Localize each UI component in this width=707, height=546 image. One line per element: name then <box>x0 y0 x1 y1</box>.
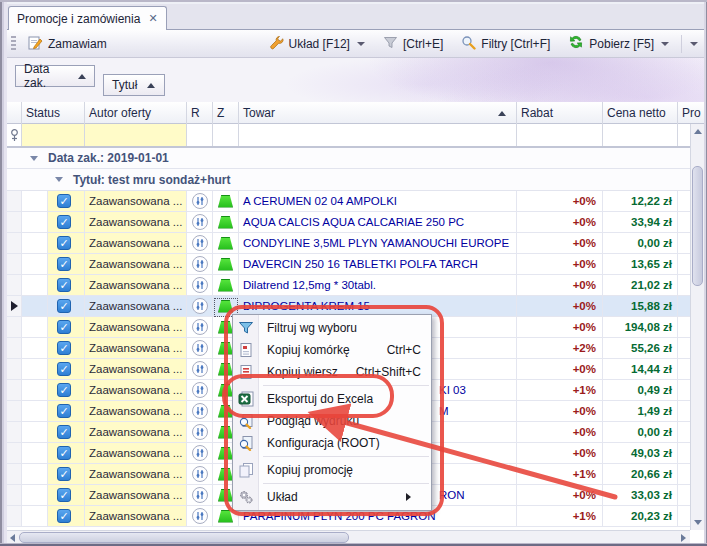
row-checkbox[interactable]: ✓ <box>57 467 71 481</box>
rabat-cell[interactable]: +0% <box>517 296 603 317</box>
status-cell[interactable]: ✓ <box>48 506 85 527</box>
menu-item-układ[interactable]: Układ <box>233 486 431 508</box>
table-row[interactable]: ✓Zaawansowana ...CONDYLINE 3,5ML PLYN YA… <box>7 233 690 254</box>
autor-oferty-cell[interactable]: Zaawansowana ... <box>85 485 187 506</box>
sliders-icon[interactable] <box>192 193 208 209</box>
collapse-icon[interactable] <box>55 177 63 182</box>
status-cell[interactable]: ✓ <box>48 338 85 359</box>
tab-close-icon[interactable]: ✕ <box>148 12 157 25</box>
autor-oferty-cell[interactable]: Zaawansowana ... <box>85 296 187 317</box>
table-row[interactable]: ✓Zaawansowana ...A CERUMEN 02 04 AMPOLKI… <box>7 191 690 212</box>
z-cell[interactable] <box>213 275 239 296</box>
rabat-cell[interactable]: +2% <box>517 338 603 359</box>
row-checkbox[interactable]: ✓ <box>57 488 71 502</box>
autor-oferty-cell[interactable]: Zaawansowana ... <box>85 464 187 485</box>
r-cell[interactable] <box>187 212 213 233</box>
column-header-r[interactable]: R <box>187 102 213 124</box>
row-checkbox[interactable]: ✓ <box>57 341 71 355</box>
tab-promocje-i-zamowienia[interactable]: Promocje i zamówienia ✕ <box>8 6 167 30</box>
r-cell[interactable] <box>187 359 213 380</box>
rabat-cell[interactable]: +1% <box>517 380 603 401</box>
autor-oferty-cell[interactable]: Zaawansowana ... <box>85 254 187 275</box>
r-cell[interactable] <box>187 254 213 275</box>
autor-oferty-cell[interactable]: Zaawansowana ... <box>85 506 187 527</box>
r-cell[interactable] <box>187 338 213 359</box>
filter-input-z[interactable] <box>213 124 239 146</box>
horizontal-scrollbar[interactable] <box>7 530 690 544</box>
menu-item-kopiuj-wiersz[interactable]: Kopiuj wierszCtrl+Shift+C <box>233 361 431 383</box>
autor-oferty-cell[interactable]: Zaawansowana ... <box>85 317 187 338</box>
r-cell[interactable] <box>187 422 213 443</box>
rabat-cell[interactable]: +0% <box>517 485 603 506</box>
r-cell[interactable] <box>187 401 213 422</box>
pro-cell[interactable] <box>678 485 690 506</box>
sliders-icon[interactable] <box>192 466 208 482</box>
autor-oferty-cell[interactable]: Zaawansowana ... <box>85 275 187 296</box>
status-cell[interactable]: ✓ <box>48 275 85 296</box>
column-header-rabat[interactable]: Rabat <box>517 102 603 124</box>
cena-netto-cell[interactable]: 33,94 zł <box>603 212 678 233</box>
cena-netto-cell[interactable]: 33,03 zł <box>603 485 678 506</box>
autor-oferty-cell[interactable]: Zaawansowana ... <box>85 233 187 254</box>
r-cell[interactable] <box>187 380 213 401</box>
status-cell[interactable]: ✓ <box>48 212 85 233</box>
column-header-autor-oferty[interactable]: Autor oferty <box>85 102 187 124</box>
r-cell[interactable] <box>187 296 213 317</box>
cena-netto-cell[interactable]: 20,66 zł <box>603 464 678 485</box>
autor-oferty-cell[interactable]: Zaawansowana ... <box>85 212 187 233</box>
row-checkbox[interactable]: ✓ <box>57 194 71 208</box>
r-cell[interactable] <box>187 443 213 464</box>
pro-cell[interactable] <box>678 422 690 443</box>
towar-cell[interactable]: AQUA CALCIS AQUA CALCARIAE 250 PC <box>239 212 517 233</box>
filtry-button[interactable]: Filtry [Ctrl+F] <box>455 32 556 56</box>
table-row[interactable]: ✓Zaawansowana ...DAVERCIN 250 16 TABLETK… <box>7 254 690 275</box>
cena-netto-cell[interactable]: 12,22 zł <box>603 191 678 212</box>
rabat-cell[interactable]: +1% <box>517 506 603 527</box>
cena-netto-cell[interactable]: 0,49 zł <box>603 380 678 401</box>
cena-netto-cell[interactable]: 49,03 zł <box>603 443 678 464</box>
pro-cell[interactable] <box>678 359 690 380</box>
toolbar-overflow-icon[interactable] <box>690 42 698 46</box>
autor-oferty-cell[interactable]: Zaawansowana ... <box>85 422 187 443</box>
uklad-dropdown-icon[interactable] <box>357 42 365 46</box>
status-cell[interactable]: ✓ <box>48 317 85 338</box>
filter-input-status[interactable] <box>22 124 85 146</box>
r-cell[interactable] <box>187 485 213 506</box>
rabat-cell[interactable]: +0% <box>517 401 603 422</box>
z-cell[interactable] <box>213 191 239 212</box>
toolbar-grip[interactable] <box>11 36 16 52</box>
cena-netto-cell[interactable]: 15,88 zł <box>603 296 678 317</box>
rabat-cell[interactable]: +0% <box>517 254 603 275</box>
row-checkbox[interactable]: ✓ <box>57 320 71 334</box>
column-header-cena-netto[interactable]: Cena netto <box>603 102 678 124</box>
autor-oferty-cell[interactable]: Zaawansowana ... <box>85 380 187 401</box>
row-checkbox[interactable]: ✓ <box>57 215 71 229</box>
filter-input-towar[interactable] <box>239 124 517 146</box>
vertical-scrollbar[interactable] <box>690 124 704 530</box>
sliders-icon[interactable] <box>192 487 208 503</box>
cena-netto-cell[interactable]: 55,26 zł <box>603 338 678 359</box>
r-cell[interactable] <box>187 233 213 254</box>
sliders-icon[interactable] <box>192 361 208 377</box>
sliders-icon[interactable] <box>192 382 208 398</box>
rabat-cell[interactable]: +0% <box>517 317 603 338</box>
row-checkbox[interactable]: ✓ <box>57 509 71 523</box>
pobierz-dropdown-icon[interactable] <box>661 42 669 46</box>
z-cell[interactable] <box>213 254 239 275</box>
row-checkbox[interactable]: ✓ <box>57 299 71 313</box>
towar-cell[interactable]: Dilatrend 12,5mg * 30tabl. <box>239 275 517 296</box>
status-cell[interactable]: ✓ <box>48 191 85 212</box>
pro-cell[interactable] <box>678 380 690 401</box>
rabat-cell[interactable]: +0% <box>517 191 603 212</box>
pobierz-button[interactable]: Pobierz [F5] <box>562 31 675 56</box>
row-checkbox[interactable]: ✓ <box>57 404 71 418</box>
autor-oferty-cell[interactable]: Zaawansowana ... <box>85 401 187 422</box>
status-cell[interactable]: ✓ <box>48 233 85 254</box>
pro-cell[interactable] <box>678 212 690 233</box>
cena-netto-cell[interactable]: 194,08 zł <box>603 317 678 338</box>
rabat-cell[interactable]: +0% <box>517 233 603 254</box>
filter-input-autor-oferty[interactable] <box>85 124 187 146</box>
status-cell[interactable]: ✓ <box>48 422 85 443</box>
menu-item-eksportuj-do-excela[interactable]: Eksportuj do Excela <box>233 388 431 410</box>
cena-netto-cell[interactable]: 20,23 zł <box>603 506 678 527</box>
